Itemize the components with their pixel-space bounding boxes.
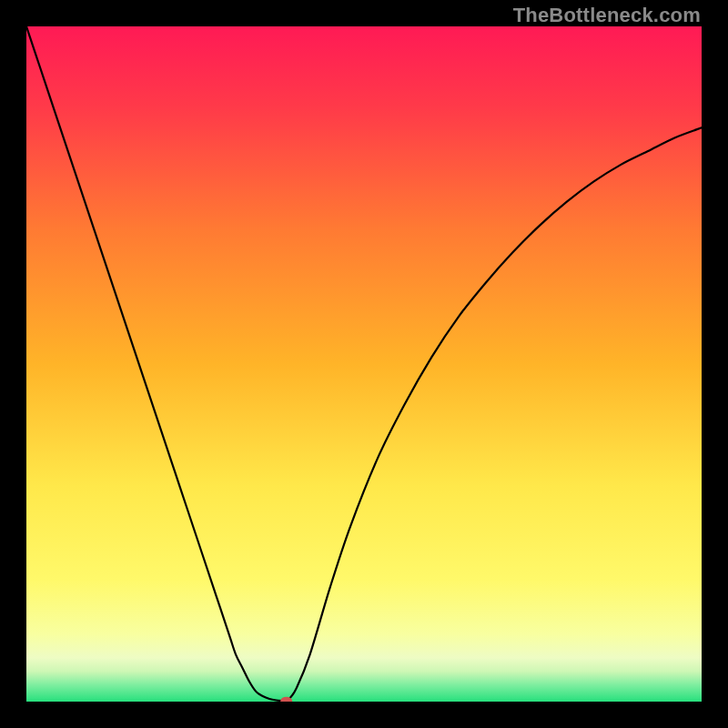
watermark-text: TheBottleneck.com [513,4,701,27]
chart-frame [26,26,702,702]
gradient-background [26,26,702,702]
bottleneck-chart [26,26,702,702]
